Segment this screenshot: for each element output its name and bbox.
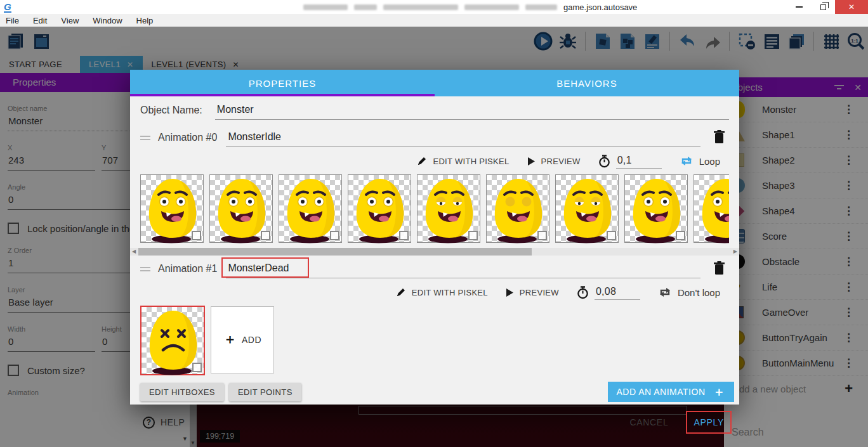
frame-checkbox[interactable] (537, 231, 547, 240)
edit-points-button[interactable]: EDIT POINTS (229, 383, 301, 401)
dialog-object-name-label: Object Name: (140, 105, 202, 116)
animation-title: Animation #0 (158, 132, 217, 143)
edit-hitboxes-button[interactable]: EDIT HITBOXES (140, 383, 224, 401)
animation-frame-1-0[interactable] (140, 306, 205, 375)
add-animation-label: ADD AN ANIMATION (617, 387, 706, 397)
dialog-object-name-field[interactable]: Monster (215, 101, 729, 120)
animation-block-1: Animation #1MonsterDeadEDIT WITH PISKELP… (140, 256, 729, 377)
redacted-path-segment (303, 4, 348, 10)
drag-handle-icon[interactable] (140, 265, 150, 273)
window-title-text: game.json.autosave (563, 3, 637, 12)
delete-animation-icon[interactable] (713, 129, 725, 146)
add-frame-button[interactable]: ＋ADD (211, 306, 274, 373)
redacted-path-segment (354, 4, 377, 10)
frame-checkbox[interactable] (399, 231, 409, 240)
animation-block-0: Animation #0MonsterIdleEDIT WITH PISKELP… (140, 124, 729, 256)
frame-checkbox[interactable] (607, 231, 616, 240)
close-button[interactable]: ✕ (835, 0, 868, 14)
animation-frame-0-6[interactable] (555, 174, 619, 243)
animation-name-field[interactable]: MonsterDead (226, 259, 700, 278)
help-icon: ? (143, 417, 155, 429)
redacted-path-segment (525, 4, 557, 10)
animation-frame-0-8[interactable] (694, 174, 729, 243)
animation-name-field[interactable]: MonsterIdle (226, 128, 700, 147)
loop-toggle[interactable]: Don't loop (658, 287, 720, 298)
menu-help[interactable]: Help (129, 16, 161, 25)
frames-scrollbar[interactable]: ◀▶ (130, 248, 739, 256)
edit-with-piskel-button[interactable]: EDIT WITH PISKEL (416, 156, 509, 167)
animation-title: Animation #1 (158, 263, 217, 275)
frame-time-field[interactable]: 0,1 (616, 153, 662, 169)
menu-edit[interactable]: Edit (26, 16, 54, 25)
plus-icon: ＋ (223, 330, 237, 348)
gdevelop-window: G game.json.autosave ✕ FileEditViewWindo… (0, 0, 868, 447)
tab-properties[interactable]: PROPERTIES (130, 70, 435, 96)
edit-with-piskel-button[interactable]: EDIT WITH PISKEL (395, 287, 488, 298)
frame-checkbox[interactable] (261, 231, 270, 240)
object-editor-dialog: PROPERTIES BEHAVIORS Object Name: Monste… (130, 70, 739, 405)
animation-frame-0-5[interactable] (486, 174, 549, 243)
apply-annotation-box: APPLY (686, 411, 732, 434)
animation-frame-0-7[interactable] (624, 174, 688, 243)
minimize-button[interactable] (787, 0, 811, 14)
time-between-frames: 0,08 (577, 285, 640, 300)
animation-frame-0-2[interactable] (279, 174, 342, 243)
menu-view[interactable]: View (54, 16, 86, 25)
apply-button[interactable]: APPLY (694, 417, 724, 427)
animation-frame-0-0[interactable] (140, 174, 204, 243)
window-title: game.json.autosave (303, 3, 637, 12)
frame-checkbox[interactable] (330, 231, 339, 240)
redacted-path-segment (464, 4, 519, 10)
cancel-button[interactable]: CANCEL (629, 417, 668, 427)
tab-behaviors[interactable]: BEHAVIORS (435, 70, 739, 96)
scroll-left-icon[interactable]: ◀ (132, 249, 136, 254)
gdevelop-logo-icon: G (4, 2, 11, 13)
help-button[interactable]: ? HELP (143, 417, 185, 429)
plus-icon: ＋ (713, 384, 726, 400)
menu-file[interactable]: File (0, 16, 26, 25)
menu-bar: FileEditViewWindowHelp (0, 14, 868, 27)
scrollbar-thumb[interactable] (138, 248, 532, 256)
animation-frame-0-4[interactable] (417, 174, 480, 243)
delete-animation-icon[interactable] (713, 261, 725, 278)
restore-button[interactable] (811, 0, 835, 14)
animation-frame-0-3[interactable] (348, 174, 411, 243)
active-tab-indicator (130, 94, 435, 96)
annotation-box (221, 257, 309, 278)
animation-frame-0-1[interactable] (209, 174, 273, 243)
help-label: HELP (161, 417, 185, 427)
preview-button[interactable]: PREVIEW (506, 288, 559, 297)
loop-toggle[interactable]: Loop (680, 155, 720, 167)
frame-checkbox[interactable] (676, 231, 685, 240)
add-animation-button[interactable]: ADD AN ANIMATION ＋ (608, 382, 734, 402)
frame-checkbox[interactable] (192, 363, 202, 372)
title-bar: G game.json.autosave ✕ (0, 0, 868, 14)
preview-button[interactable]: PREVIEW (527, 157, 581, 166)
dialog-tabs: PROPERTIES BEHAVIORS (130, 70, 739, 96)
scroll-right-icon[interactable]: ▶ (733, 249, 737, 254)
frame-checkbox[interactable] (468, 231, 478, 240)
frame-checkbox[interactable] (192, 231, 201, 240)
drag-handle-icon[interactable] (140, 134, 150, 142)
time-between-frames: 0,1 (598, 153, 662, 169)
redacted-path-segment (383, 4, 458, 10)
menu-window[interactable]: Window (86, 16, 129, 25)
frame-time-field[interactable]: 0,08 (595, 285, 640, 300)
